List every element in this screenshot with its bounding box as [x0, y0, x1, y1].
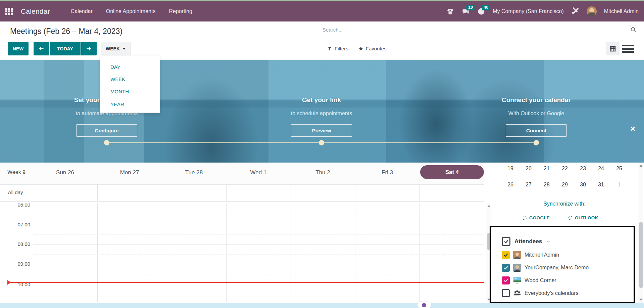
day-header-sat-today[interactable]: Sat 4 [420, 165, 484, 179]
step-subtitle: to schedule appointments [254, 111, 389, 117]
avatar [513, 251, 521, 259]
avatar [513, 264, 521, 272]
menu-online-appointments[interactable]: Online Appointments [106, 8, 156, 14]
dropdown-item-month[interactable]: MONTH [110, 89, 129, 94]
minical-day[interactable]: 30 [574, 179, 592, 190]
dropdown-item-week[interactable]: WEEK [110, 76, 125, 82]
minical-day[interactable]: 22 [556, 163, 574, 174]
company-switcher[interactable]: My Company (San Francisco) [493, 8, 564, 14]
favorites-button[interactable]: Favorites [358, 46, 387, 51]
calendar-view-icon [609, 45, 616, 52]
activities-clock-icon[interactable]: 40 [477, 7, 485, 15]
view-scale-toggle[interactable]: WEEK [101, 42, 131, 55]
attendee-name: Everybody's calendars [525, 290, 578, 296]
attendee-checkbox[interactable] [502, 276, 510, 284]
minical-day-next-month[interactable]: 1 [610, 179, 628, 190]
attendee-row-everybody[interactable]: Everybody's calendars [502, 289, 578, 297]
navbar: Calendar Calendar Online Appointments Re… [0, 1, 644, 21]
caret-down-icon [122, 48, 126, 50]
scroll-down-icon[interactable] [639, 299, 643, 301]
minical-day[interactable]: 26 [501, 179, 519, 190]
hour-label-08: 08:00 [0, 241, 30, 247]
view-scale-dropdown: DAY WEEK MONTH YEAR [100, 56, 160, 113]
new-button[interactable]: NEW [8, 42, 29, 55]
timeline-dot-2 [319, 140, 324, 145]
refresh-icon [522, 215, 527, 220]
scroll-up-icon[interactable] [639, 165, 643, 167]
week-number-label: Week 9 [0, 169, 33, 175]
debug-tools-icon[interactable] [571, 7, 579, 16]
attendee-row-wood-corner[interactable]: Wood Corner [502, 276, 556, 284]
configure-button[interactable]: Configure [76, 124, 137, 137]
search-input[interactable] [322, 27, 630, 33]
minical-day[interactable]: 25 [610, 163, 628, 174]
attendees-panel: Attendees Mitchell Admin YourCompany, Ma… [490, 226, 635, 303]
next-week-button[interactable] [81, 42, 97, 55]
sidebar-scrollbar[interactable] [638, 163, 643, 303]
messages-icon[interactable]: 10 [462, 7, 470, 15]
funnel-icon [327, 46, 332, 51]
sidebar-scrollbar-thumb[interactable] [639, 222, 643, 288]
menu-calendar[interactable]: Calendar [71, 8, 93, 14]
time-grid[interactable]: 06:00 07:00 08:00 09:00 10:00 [0, 204, 484, 302]
onboarding-banner: Set your availabilities to automate appo… [0, 60, 644, 163]
connect-button[interactable]: Connect [506, 124, 567, 137]
minical-day[interactable]: 23 [574, 163, 592, 174]
outlook-sync-button[interactable]: OUTLOOK [568, 215, 598, 220]
minical-day[interactable]: 29 [556, 179, 574, 190]
search-facets: Filters Favorites [327, 46, 387, 51]
attendee-checkbox[interactable] [502, 251, 510, 259]
current-time-line [11, 282, 484, 283]
attendee-row-mitchell[interactable]: Mitchell Admin [502, 251, 559, 259]
minical-day[interactable]: 31 [592, 179, 610, 190]
minical-day[interactable]: 28 [538, 179, 556, 190]
day-header-mon[interactable]: Mon 27 [97, 169, 162, 176]
hour-label-06: 06:00 [0, 204, 30, 208]
scroll-up-icon[interactable] [487, 205, 491, 207]
minical-day[interactable]: 19 [501, 163, 519, 174]
day-header-sun[interactable]: Sun 26 [33, 169, 97, 176]
hour-label-07: 07:00 [0, 222, 30, 228]
current-time-arrow-icon [7, 280, 11, 285]
calendar-view-button[interactable] [606, 42, 620, 55]
outlook-sync-label: OUTLOOK [575, 215, 598, 220]
today-button[interactable]: TODAY [50, 42, 81, 55]
list-view-button[interactable] [622, 45, 634, 53]
attendee-checkbox[interactable] [502, 264, 510, 272]
search-icon[interactable] [630, 27, 637, 33]
favorites-label: Favorites [366, 46, 387, 51]
dropdown-item-year[interactable]: YEAR [110, 101, 124, 107]
activities-count-badge: 40 [482, 5, 490, 10]
attendee-checkbox-unchecked[interactable] [502, 289, 510, 297]
day-header-thu[interactable]: Thu 2 [291, 169, 355, 176]
calendar-app: Calendar Calendar Online Appointments Re… [0, 0, 644, 308]
minical-day[interactable]: 20 [519, 163, 538, 174]
dropdown-item-day[interactable]: DAY [110, 64, 120, 70]
minical-day[interactable]: 27 [519, 179, 538, 190]
prev-week-button[interactable] [34, 42, 49, 55]
voip-phone-icon[interactable] [446, 7, 454, 15]
minical-day[interactable]: 21 [538, 163, 556, 174]
day-header-fri[interactable]: Fri 3 [355, 169, 419, 176]
minical-day[interactable]: 24 [592, 163, 610, 174]
user-avatar[interactable] [587, 6, 597, 16]
apps-menu-icon[interactable] [5, 8, 13, 15]
attendees-label: Attendees [514, 238, 542, 245]
floating-widget[interactable] [417, 302, 431, 308]
day-header-wed[interactable]: Wed 1 [226, 169, 291, 176]
chevron-down-icon[interactable] [546, 239, 551, 244]
preview-button[interactable]: Preview [291, 124, 352, 137]
hour-label-09: 09:00 [0, 261, 30, 267]
messages-count-badge: 10 [466, 5, 475, 10]
star-icon [358, 46, 363, 51]
check-icon [503, 265, 508, 270]
menu-reporting[interactable]: Reporting [169, 8, 192, 14]
attendees-master-checkbox[interactable] [502, 237, 510, 246]
day-header-tue[interactable]: Tue 28 [162, 169, 226, 176]
attendee-row-marc[interactable]: YourCompany, Marc Demo [502, 264, 589, 272]
close-banner-icon[interactable]: × [630, 124, 635, 133]
filters-button[interactable]: Filters [327, 46, 348, 51]
google-sync-button[interactable]: GOOGLE [522, 215, 550, 220]
step-subtitle: With Outlook or Google [469, 111, 603, 117]
people-group-icon [513, 289, 521, 297]
